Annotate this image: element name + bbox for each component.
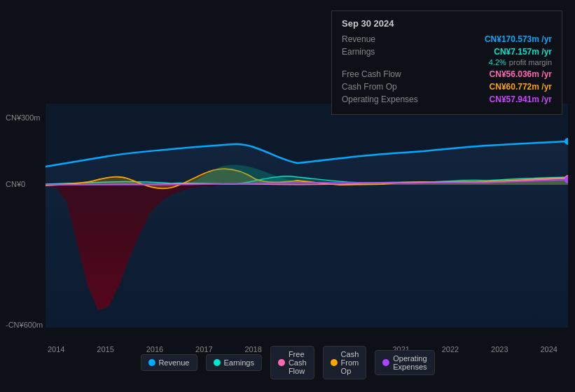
tooltip: Sep 30 2024 Revenue CN¥170.573m /yr Earn… (331, 10, 562, 115)
x-label-2023: 2023 (491, 345, 508, 354)
chart-svg (46, 104, 568, 328)
legend-label-opex: Operating Expenses (393, 354, 427, 371)
tooltip-fcf-label: Free Cash Flow (342, 69, 401, 79)
tooltip-profit-margin: 4.2% profit margin (342, 58, 552, 66)
tooltip-cfo-value: CN¥60.772m /yr (490, 82, 552, 92)
tooltip-row-cfo: Cash From Op CN¥60.772m /yr (342, 82, 552, 92)
legend-dot-revenue (148, 359, 155, 366)
legend-label-earnings: Earnings (223, 358, 254, 367)
legend-item-revenue[interactable]: Revenue (140, 354, 197, 371)
tooltip-fcf-value: CN¥56.036m /yr (490, 69, 552, 79)
tooltip-revenue-value: CN¥170.573m /yr (485, 34, 552, 44)
y-label-600: -CN¥600m (6, 321, 43, 329)
legend-dot-earnings (213, 359, 220, 366)
tooltip-row-fcf: Free Cash Flow CN¥56.036m /yr (342, 69, 552, 79)
legend-item-earnings[interactable]: Earnings (205, 354, 261, 371)
tooltip-row-revenue: Revenue CN¥170.573m /yr (342, 34, 552, 44)
tooltip-date: Sep 30 2024 (342, 18, 552, 29)
tooltip-revenue-label: Revenue (342, 34, 375, 44)
tooltip-row-opex: Operating Expenses CN¥57.941m /yr (342, 94, 552, 104)
tooltip-row-earnings: Earnings CN¥7.157m /yr (342, 47, 552, 57)
legend-label-fcf: Free Cash Flow (289, 350, 307, 375)
legend-dot-fcf (278, 359, 285, 366)
x-label-2024: 2024 (540, 345, 557, 354)
legend: Revenue Earnings Free Cash Flow Cash Fro… (140, 346, 434, 379)
tooltip-opex-label: Operating Expenses (342, 94, 418, 104)
tooltip-cfo-label: Cash From Op (342, 82, 397, 92)
x-label-2014: 2014 (48, 345, 64, 354)
legend-item-cfo[interactable]: Cash From Op (323, 346, 367, 379)
legend-item-opex[interactable]: Operating Expenses (375, 350, 434, 375)
y-label-300: CN¥300m (6, 113, 41, 122)
tooltip-earnings-label: Earnings (342, 47, 375, 57)
x-label-2022: 2022 (442, 345, 459, 354)
legend-dot-cfo (331, 359, 338, 366)
tooltip-opex-value: CN¥57.941m /yr (490, 94, 552, 104)
legend-item-fcf[interactable]: Free Cash Flow (270, 346, 314, 379)
chart-container: CN¥300m CN¥0 -CN¥600m (0, 0, 575, 392)
legend-label-revenue: Revenue (158, 358, 189, 367)
y-label-0: CN¥0 (6, 180, 25, 188)
x-label-2015: 2015 (97, 345, 113, 354)
legend-label-cfo: Cash From Op (341, 350, 359, 375)
legend-dot-opex (382, 359, 389, 366)
tooltip-earnings-value: CN¥7.157m /yr (494, 47, 552, 57)
